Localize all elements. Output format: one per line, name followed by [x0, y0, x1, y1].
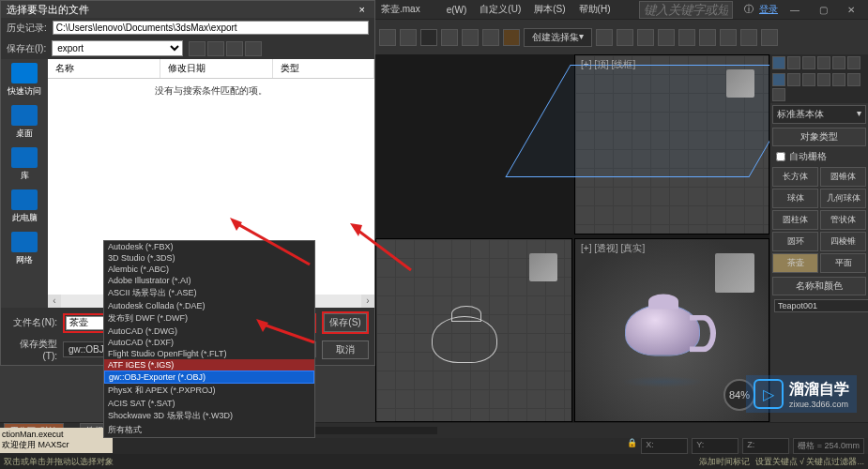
autogrid-checkbox[interactable]: [776, 152, 785, 161]
material-editor-icon[interactable]: [699, 29, 716, 46]
maximize-button[interactable]: ▢: [812, 3, 834, 16]
layers-icon[interactable]: [637, 29, 654, 46]
angle-snap-icon[interactable]: [462, 29, 479, 46]
box-button[interactable]: 长方体: [772, 167, 818, 187]
menu-window[interactable]: e(W): [441, 3, 473, 17]
torus-button[interactable]: 圆环: [772, 232, 818, 251]
schematic-view-icon[interactable]: [678, 29, 695, 46]
coord-z[interactable]: Z:: [742, 438, 789, 454]
lock-icon[interactable]: 🔒: [627, 438, 637, 454]
fmt-dwf[interactable]: 发布到 DWF (*.DWF): [104, 311, 314, 325]
helpers-subtab[interactable]: [832, 73, 845, 86]
savein-dropdown[interactable]: export: [52, 40, 183, 56]
sidebar-libraries[interactable]: 库: [11, 147, 38, 182]
display-tab[interactable]: [832, 56, 845, 69]
view-cube[interactable]: [715, 253, 754, 293]
coord-x[interactable]: X:: [641, 438, 688, 454]
tool-icon[interactable]: [482, 29, 499, 46]
sphere-button[interactable]: 球体: [772, 189, 818, 208]
views-icon[interactable]: [245, 41, 262, 56]
fmt-pxproj[interactable]: PhysX 和 APEX (*.PXPROJ): [104, 384, 314, 398]
menu-customize[interactable]: 自定义(U): [474, 1, 526, 18]
fmt-dwg[interactable]: AutoCAD (*.DWG): [104, 325, 314, 337]
cancel-button[interactable]: 取消: [322, 340, 369, 359]
cameras-subtab[interactable]: [817, 73, 830, 86]
hierarchy-tab[interactable]: [802, 56, 815, 69]
geosphere-button[interactable]: 几何球体: [820, 189, 866, 208]
fmt-igs[interactable]: ATF IGES (*.IGS): [104, 359, 314, 371]
render-frame-icon[interactable]: [740, 29, 757, 46]
menu-help[interactable]: 帮助(H): [573, 1, 617, 18]
utilities-tab[interactable]: [847, 56, 860, 69]
sidebar-desktop[interactable]: 桌面: [11, 105, 38, 140]
minimize-button[interactable]: —: [784, 3, 806, 16]
pyramid-button[interactable]: 四棱锥: [820, 232, 866, 251]
fmt-fbx[interactable]: Autodesk (*.FBX): [104, 241, 314, 252]
teapot-button[interactable]: 茶壶: [772, 253, 818, 273]
sidebar-thispc[interactable]: 此电脑: [11, 189, 38, 224]
cylinder-button[interactable]: 圆柱体: [772, 210, 818, 230]
menu-script[interactable]: 脚本(S): [528, 1, 571, 18]
fmt-obj[interactable]: gw::OBJ-Exporter (*.OBJ): [104, 371, 314, 384]
tool-icon[interactable]: [379, 29, 396, 46]
col-date[interactable]: 修改日期: [160, 59, 273, 78]
fmt-dxf[interactable]: AutoCAD (*.DXF): [104, 337, 314, 348]
col-type[interactable]: 类型: [273, 59, 374, 78]
tool-icon[interactable]: [420, 29, 437, 46]
fmt-sat[interactable]: ACIS SAT (*.SAT): [104, 398, 314, 409]
tool-icon[interactable]: [400, 29, 417, 46]
curve-editor-icon[interactable]: [658, 29, 675, 46]
object-name-input[interactable]: [774, 299, 868, 312]
systems-subtab[interactable]: [772, 88, 785, 101]
viewport-top[interactable]: [+] [顶] [线框]: [574, 54, 769, 234]
maxscript-listener[interactable]: ctionMan.execut 欢迎使用 MAXScr: [0, 428, 113, 453]
tool-icon[interactable]: [503, 29, 520, 46]
cone-button[interactable]: 圆锥体: [820, 167, 866, 187]
dialog-close-button[interactable]: ×: [356, 4, 369, 15]
geometry-subtab[interactable]: [772, 73, 785, 86]
render-icon[interactable]: [761, 29, 778, 46]
viewport-left[interactable]: [375, 238, 572, 422]
viewport-label[interactable]: [+] [透视] [真实]: [581, 242, 645, 255]
filetype-dropdown-list[interactable]: Autodesk (*.FBX) 3D Studio (*.3DS) Alemb…: [103, 240, 315, 438]
object-type-rollout[interactable]: 对象类型: [772, 128, 866, 146]
plane-button[interactable]: 平面: [820, 253, 866, 273]
align-icon[interactable]: [617, 29, 633, 46]
tube-button[interactable]: 管状体: [820, 210, 866, 230]
search-input[interactable]: [639, 1, 733, 19]
coord-y[interactable]: Y:: [692, 438, 739, 454]
fmt-abc[interactable]: Alembic (*.ABC): [104, 264, 314, 275]
login-link[interactable]: 登录: [759, 3, 778, 16]
add-time-tag[interactable]: 添加时间标记: [699, 456, 750, 468]
modify-tab[interactable]: [787, 56, 800, 69]
save-button[interactable]: 保存(S): [324, 313, 367, 332]
dialog-titlebar[interactable]: 选择要导出的文件 ×: [1, 1, 374, 18]
newfolder-icon[interactable]: [226, 41, 243, 56]
shapes-subtab[interactable]: [787, 73, 800, 86]
fmt-ai[interactable]: Adobe Illustrator (*.AI): [104, 275, 314, 286]
view-cube[interactable]: [529, 253, 557, 281]
key-options[interactable]: 设置关键点 √ 关键点过滤器...: [755, 456, 864, 468]
mirror-icon[interactable]: [596, 29, 613, 46]
create-tab[interactable]: [772, 56, 785, 69]
up-icon[interactable]: [207, 41, 224, 56]
fmt-dae[interactable]: Autodesk Collada (*.DAE): [104, 300, 314, 311]
fmt-w3d[interactable]: Shockwave 3D 场景导出 (*.W3D): [104, 409, 314, 423]
fmt-ase[interactable]: ASCII 场景导出 (*.ASE): [104, 286, 314, 300]
render-setup-icon[interactable]: [720, 29, 737, 46]
col-name[interactable]: 名称: [48, 59, 160, 78]
sidebar-network[interactable]: 网络: [11, 232, 38, 266]
fmt-flt[interactable]: Flight Studio OpenFlight (*.FLT): [104, 348, 314, 359]
tool-icon[interactable]: [441, 29, 458, 46]
info-icon[interactable]: ⓘ: [744, 3, 754, 16]
back-icon[interactable]: [189, 41, 206, 56]
history-input[interactable]: [53, 21, 369, 35]
close-window-button[interactable]: ✕: [840, 3, 862, 16]
fmt-3ds[interactable]: 3D Studio (*.3DS): [104, 252, 314, 264]
view-cube[interactable]: [726, 69, 754, 98]
viewport-label[interactable]: [+] [顶] [线框]: [581, 58, 635, 71]
motion-tab[interactable]: [817, 56, 830, 69]
sidebar-quickaccess[interactable]: 快速访问: [8, 63, 41, 98]
name-color-rollout[interactable]: 名称和颜色: [772, 277, 866, 295]
spacewarps-subtab[interactable]: [847, 73, 860, 86]
